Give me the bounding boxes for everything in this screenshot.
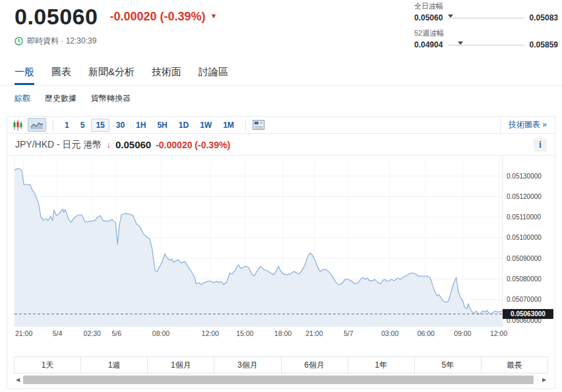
interval-1m[interactable]: 1M [218,119,239,132]
x-tick-label: 5/7 [344,329,354,337]
scroll-right-button[interactable]: ▶ [540,375,548,385]
x-tick-label: 12:00 [202,329,219,337]
tab-comments[interactable]: 討論區 [199,66,228,85]
x-tick-label: 08:00 [152,329,170,337]
toolbar-separator [53,120,53,130]
range-low-value: 0.04904 [414,40,443,49]
interval-1d[interactable]: 1D [174,119,193,132]
range-1y[interactable]: 1年 [348,357,414,373]
range-marker-icon [458,42,463,45]
ranges: 全日波幅0.050600.0508352週波幅0.049040.05859 [414,1,558,55]
tab-technical[interactable]: 技術面 [152,66,181,85]
interval-5[interactable]: 5 [76,119,90,132]
range-high-value: 0.05859 [530,40,558,49]
range-label: 全日波幅 [414,1,558,11]
subtab-bar: 綜觀歷史數據貨幣轉換器 [15,93,131,104]
range-low-value: 0.05060 [414,13,443,22]
chart-toolbar: 1515301H5H1D1W1M 技術圖表 » [7,117,555,134]
subtab-historical-data[interactable]: 歷史數據 [45,93,77,104]
x-tick-label: 03:00 [381,329,398,337]
scrollbar-track[interactable] [22,376,540,384]
realtime-label: 即時資料 · 12:30:39 [27,36,96,47]
news-layout-button[interactable] [253,120,265,130]
range-6m[interactable]: 6個月 [281,357,348,373]
scrollbar-thumb[interactable] [23,376,534,384]
range-slider [448,42,524,48]
clock-icon [15,37,23,45]
tab-bar: 一般圖表新聞&分析技術面討論區 [0,66,562,86]
instrument-price-header: 0.05060 -0.00020 (-0.39%) ▼ [15,3,217,30]
x-tick-label: 06:00 [418,329,435,337]
area-chart-button[interactable] [28,118,46,132]
chart-change: -0.00020 (-0.39%) [156,140,230,150]
range-1d[interactable]: 1天 [15,357,80,373]
scroll-left-button[interactable]: ◀ [14,375,22,385]
last-price: 0.05060 [15,3,98,30]
y-tick-label: 0.05070000 [507,296,542,303]
x-tick-label: 02:30 [84,329,101,337]
x-tick-label: 15:00 [236,329,253,337]
range-high-value: 0.05083 [530,13,558,22]
x-tick-label: 5/6 [111,329,121,337]
x-tick-label: 09:00 [454,329,471,337]
x-tick-label: 18:00 [274,329,292,337]
chart-header: JPY/HKD - 日元 港幣 ↓ 0.05060 -0.00020 (-0.3… [7,134,555,156]
area-chart-icon [30,121,44,129]
interval-1h[interactable]: 1H [131,119,150,132]
range-5y[interactable]: 5年 [414,357,481,373]
tab-chart[interactable]: 圖表 [51,66,71,85]
interval-1w[interactable]: 1W [195,119,216,132]
candlestick-icon [13,120,23,130]
subtab-overview[interactable]: 綜觀 [15,93,30,104]
range-1w[interactable]: 1週 [80,357,147,373]
chart-container: 1515301H5H1D1W1M 技術圖表 » JPY/HKD - 日元 港幣 … [7,116,555,389]
news-layout-icon [253,120,265,130]
realtime-meta: 即時資料 · 12:30:39 [15,36,96,47]
range-group-1: 52週波幅0.049040.05859 [414,28,558,49]
candlestick-chart-button[interactable] [13,120,23,130]
interval-1[interactable]: 1 [60,119,74,132]
interval-15[interactable]: 15 [91,119,109,132]
range-marker-icon [448,14,453,18]
chart-price: 0.05060 [115,139,151,150]
price-change: -0.00020 (-0.39%) [109,10,205,24]
y-tick-label: 0.05090000 [507,255,542,262]
chart-title: JPY/HKD - 日元 港幣 [15,139,102,151]
toolbar-separator [245,120,246,130]
range-label: 52週波幅 [414,28,558,38]
range-3m[interactable]: 3個月 [214,357,280,373]
subtab-currency-converter[interactable]: 貨幣轉換器 [91,93,131,104]
y-tick-label: 0.05120000 [507,193,542,200]
y-tick-label: 0.05080000 [507,275,542,283]
range-button-bar: 1天1週1個月3個月6個月1年5年最長 [14,356,548,374]
technical-chart-link[interactable]: 技術圖表 » [500,117,555,133]
y-tick-label: 0.05110000 [507,213,542,221]
interval-30[interactable]: 30 [111,119,129,132]
price-area [15,168,503,327]
range-slider [448,14,524,21]
range-slider-line [448,45,524,45]
interval-5h[interactable]: 5H [152,119,172,132]
x-tick-label: 21:00 [305,329,323,337]
x-tick-label: 5/4 [53,329,63,337]
page: 0.05060 -0.00020 (-0.39%) ▼ 即時資料 · 12:30… [0,0,562,392]
range-row: 0.050600.05083 [414,13,558,22]
current-price-badge-label: 0.05063000 [511,310,546,318]
x-tick-label: 12:00 [490,329,507,337]
interval-group: 1515301H5H1D1W1M [60,119,239,132]
x-tick-label: 21:00 [15,329,32,337]
tab-news-analysis[interactable]: 新聞&分析 [88,66,135,85]
range-max[interactable]: 最長 [481,357,547,373]
info-button[interactable]: i [534,138,547,152]
price-chart[interactable]: 0.051300000.051200000.051100000.05100000… [7,156,555,344]
down-arrow-icon: ↓ [106,140,111,150]
range-row: 0.049040.05859 [414,40,558,49]
chart-scrollbar: ◀ ▶ [14,375,548,385]
tab-general[interactable]: 一般 [15,66,34,85]
range-slider-line [448,18,524,18]
y-tick-label: 0.05130000 [507,173,542,180]
chevron-down-icon[interactable]: ▼ [210,12,218,20]
range-1m[interactable]: 1個月 [147,357,214,373]
y-tick-label: 0.05100000 [507,234,542,241]
range-group-0: 全日波幅0.050600.05083 [414,1,558,22]
